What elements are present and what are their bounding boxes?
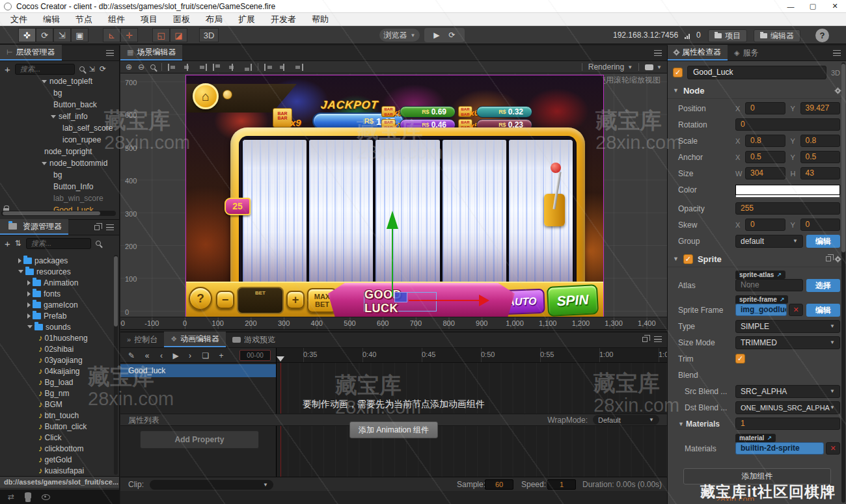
node-active-checkbox[interactable]: ✓: [673, 68, 683, 77]
gear-icon[interactable]: [836, 88, 840, 93]
refresh-button[interactable]: ⟳: [449, 31, 456, 40]
sprite-enabled-checkbox[interactable]: ✓: [683, 254, 693, 264]
atlas-select-button[interactable]: 选择: [806, 279, 840, 292]
align-middle-icon[interactable]: [228, 64, 237, 71]
sync-icon[interactable]: ⇄: [8, 492, 14, 501]
asset-item-btn_touch[interactable]: ♪btn_touch: [0, 410, 119, 421]
asset-item-getGold[interactable]: ♪getGold: [0, 454, 119, 465]
menu-项目[interactable]: 项目: [133, 13, 165, 26]
asset-item-kuaisufapai[interactable]: ♪kuaisufapai: [0, 465, 119, 476]
scene-viewport[interactable]: 使用鼠标右键平移视窗焦点，使用滚轮缩放视图 700600500400300200…: [120, 73, 667, 317]
zoom-out-icon[interactable]: ⊖: [138, 62, 144, 72]
zoom-in-icon[interactable]: ⊕: [126, 62, 132, 72]
anchor-mode-button[interactable]: ⊾: [103, 28, 120, 42]
speed-field[interactable]: 1: [547, 479, 576, 490]
anchor-y-field[interactable]: 0.5: [800, 151, 841, 163]
tab-properties-inspector[interactable]: 属性检查器: [668, 45, 728, 60]
trim-checkbox[interactable]: ✓: [735, 354, 745, 364]
menu-扩展[interactable]: 扩展: [230, 13, 263, 26]
copy-component-icon[interactable]: [826, 256, 831, 261]
hierarchy-item-lab_win_score[interactable]: lab_win_score: [0, 192, 119, 204]
playhead-marker[interactable]: [277, 356, 284, 362]
current-time-field[interactable]: 00-00: [239, 350, 271, 361]
asset-item-Animation[interactable]: Animation: [0, 277, 119, 288]
asset-item-sounds[interactable]: sounds: [0, 321, 119, 332]
panel-menu-icon[interactable]: [106, 224, 114, 230]
zoom-search-icon[interactable]: [150, 64, 156, 70]
expand-caret-icon[interactable]: [42, 80, 47, 83]
panel-menu-icon[interactable]: [833, 50, 841, 56]
gizmo-center-handle[interactable]: [394, 292, 407, 302]
align-center-icon[interactable]: [183, 64, 192, 71]
hierarchy-item-Button_Info[interactable]: Button_Info: [0, 181, 119, 192]
gizmo-toggle-button[interactable]: ◪: [170, 28, 187, 42]
hierarchy-hscrollbar[interactable]: [1, 211, 116, 216]
next-frame-icon[interactable]: ›: [184, 350, 196, 361]
add-property-button[interactable]: Add Property: [140, 431, 259, 449]
node-section-header[interactable]: ▼Node: [668, 83, 846, 99]
opacity-field[interactable]: 255: [735, 202, 840, 215]
panel-menu-icon[interactable]: [106, 50, 114, 56]
database-icon[interactable]: [25, 492, 31, 499]
rendering-dropdown[interactable]: Rendering▼: [588, 62, 633, 72]
anchor-x-field[interactable]: 0.5: [745, 151, 785, 163]
hierarchy-item-Button_back[interactable]: Button_back: [0, 99, 119, 111]
menu-组件[interactable]: 组件: [100, 13, 133, 26]
clear-material-button[interactable]: ✕: [826, 442, 840, 455]
hierarchy-search-input[interactable]: [15, 64, 75, 75]
align-left-icon[interactable]: [168, 64, 177, 71]
rotate-tool-button[interactable]: ⟳: [36, 28, 53, 42]
lever-ball[interactable]: [551, 163, 561, 173]
distribute-v-icon[interactable]: [279, 64, 288, 71]
menu-编辑[interactable]: 编辑: [35, 13, 68, 26]
size-mode-dropdown[interactable]: TRIMMED▼: [735, 336, 840, 349]
material-field[interactable]: builtin-2d-sprite: [735, 442, 824, 455]
minimize-button[interactable]: —: [780, 3, 802, 10]
expand-caret-icon[interactable]: [27, 302, 31, 308]
collapse-all-icon[interactable]: ⇲: [89, 65, 95, 73]
add-node-button[interactable]: +: [5, 64, 10, 75]
track-row-good-luck[interactable]: Good_luck: [120, 364, 276, 377]
skip-to-start-icon[interactable]: «: [141, 350, 153, 361]
sample-field[interactable]: 60: [485, 479, 513, 490]
hierarchy-item-bg[interactable]: bg: [0, 169, 119, 181]
rect-tool-button[interactable]: ▣: [71, 28, 89, 42]
scale-y-field[interactable]: 0.8: [800, 135, 841, 147]
preview-target-dropdown[interactable]: 浏览器▼: [379, 29, 420, 42]
close-button[interactable]: ✕: [824, 2, 846, 10]
scale-x-field[interactable]: 0.8: [745, 135, 785, 147]
add-asset-button[interactable]: +: [5, 238, 10, 249]
asset-item-clickbottom[interactable]: ♪clickbottom: [0, 443, 119, 454]
eye-icon[interactable]: [42, 494, 50, 500]
asset-item-02shibai[interactable]: ♪02shibai: [0, 343, 119, 354]
bet-plus-button[interactable]: +: [286, 291, 305, 309]
refresh-icon[interactable]: ⟳: [100, 64, 106, 73]
game-help-button[interactable]: ?: [189, 287, 212, 310]
distribute-center-icon[interactable]: [294, 64, 303, 71]
size-h-field[interactable]: 43: [800, 167, 841, 179]
float-panel-icon[interactable]: [642, 337, 648, 342]
expand-caret-icon[interactable]: [18, 270, 23, 273]
tab-scene-editor[interactable]: ▦ 场景编辑器: [120, 45, 182, 60]
hierarchy-item-self_info[interactable]: self_info: [0, 111, 119, 122]
spin-button[interactable]: SPIN: [547, 284, 599, 317]
hierarchy-item-icon_rupee[interactable]: icon_rupee: [0, 134, 119, 146]
asset-item-Click[interactable]: ♪Click: [0, 432, 119, 443]
asset-item-packages[interactable]: packages: [0, 255, 119, 266]
align-bottom-icon[interactable]: [243, 64, 252, 71]
export-clip-icon[interactable]: ❏: [200, 350, 212, 361]
asset-item-01huosheng[interactable]: ♪01huosheng: [0, 332, 119, 343]
tab-assets[interactable]: 资源管理器: [0, 219, 68, 235]
menu-帮助[interactable]: 帮助: [304, 13, 336, 26]
animation-time-ruler[interactable]: 0:350:400:450:500:551:001:0: [276, 348, 667, 363]
inspector-vscrollbar[interactable]: [841, 62, 845, 503]
size-w-field[interactable]: 304: [745, 167, 785, 179]
scale-tool-button[interactable]: ⇲: [53, 28, 71, 42]
align-top-icon[interactable]: [213, 64, 222, 71]
search-icon[interactable]: [96, 241, 101, 246]
assets-search-input[interactable]: [26, 238, 91, 249]
asset-item-resources[interactable]: resources: [0, 266, 119, 277]
gizmo-x-axis-arrow[interactable]: [479, 295, 489, 306]
hierarchy-item-bg[interactable]: bg: [0, 87, 119, 99]
bet-minus-button[interactable]: −: [216, 291, 234, 309]
